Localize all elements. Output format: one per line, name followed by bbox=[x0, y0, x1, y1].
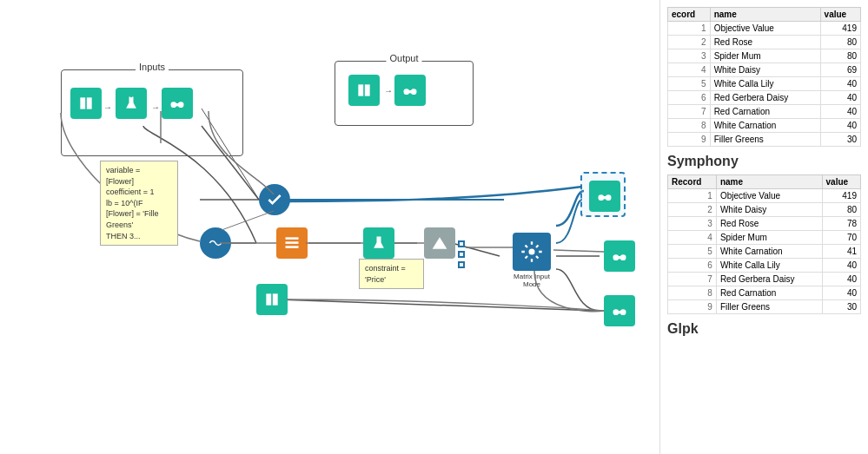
glpk-row: 4Spider Mum70 bbox=[668, 231, 861, 245]
binoculars-bottom[interactable] bbox=[604, 295, 635, 326]
flask-node-1[interactable] bbox=[116, 88, 147, 119]
svg-point-25 bbox=[613, 309, 620, 315]
inputs-group: Inputs → → bbox=[61, 69, 243, 156]
glpk-row: 8Red Carnation40 bbox=[668, 286, 861, 300]
svg-point-22 bbox=[613, 254, 620, 260]
arrow-1: → bbox=[103, 102, 112, 112]
svg-marker-14 bbox=[433, 237, 447, 248]
glpk-row: 1Objective Value419 bbox=[668, 189, 861, 203]
right-panel: ecord name value 1Objective Value4192Red… bbox=[659, 0, 868, 454]
svg-point-8 bbox=[171, 102, 177, 108]
svg-point-17 bbox=[411, 89, 417, 95]
svg-rect-11 bbox=[286, 237, 299, 240]
svg-point-15 bbox=[529, 249, 535, 255]
binoculars-icon-glpk bbox=[604, 240, 635, 272]
connections-svg bbox=[0, 0, 659, 454]
gray-node[interactable] bbox=[424, 227, 455, 259]
gray-icon bbox=[424, 227, 455, 259]
glpk-row: 7Red Gerbera Daisy40 bbox=[668, 273, 861, 286]
symphony-row: 6Red Gerbera Daisy40 bbox=[668, 91, 861, 105]
svg-point-23 bbox=[620, 254, 626, 260]
output-label: Output bbox=[386, 53, 421, 63]
book-node-1[interactable] bbox=[70, 88, 102, 119]
symphony-row: 1Objective Value419 bbox=[668, 22, 861, 36]
symphony-row: 8White Carnation40 bbox=[668, 119, 861, 133]
check-icon-1 bbox=[259, 184, 290, 215]
svg-point-20 bbox=[606, 194, 612, 201]
binoculars-glpk[interactable] bbox=[604, 240, 635, 272]
book-node-bottom[interactable] bbox=[256, 284, 288, 315]
binoculars-icon-1 bbox=[162, 88, 193, 119]
symphony-row: 9Filler Greens30 bbox=[668, 133, 861, 147]
glpk-col-value: value bbox=[822, 175, 860, 189]
book-icon-1 bbox=[70, 88, 102, 119]
flask-icon-2 bbox=[363, 227, 394, 259]
glpk-row: 5White Carnation41 bbox=[668, 245, 861, 259]
glpk-title: Glpk bbox=[667, 321, 861, 337]
inputs-label: Inputs bbox=[136, 62, 169, 72]
symphony-col-record: ecord bbox=[668, 8, 711, 22]
svg-point-19 bbox=[599, 194, 605, 201]
symphony-title: Symphony bbox=[667, 154, 861, 169]
book-icon-bottom bbox=[256, 284, 288, 315]
output-group: Output → bbox=[335, 61, 474, 126]
book-node-output[interactable] bbox=[348, 75, 380, 106]
glpk-row: 9Filler Greens30 bbox=[668, 300, 861, 314]
check-node-2[interactable] bbox=[200, 227, 231, 259]
glpk-row: 3Red Rose78 bbox=[668, 217, 861, 231]
binoculars-icon-bottom bbox=[604, 295, 635, 326]
tooltip-text: variable = [Flower] coefficient = 1 lb =… bbox=[106, 166, 158, 240]
binoculars-output[interactable] bbox=[394, 75, 426, 106]
svg-point-16 bbox=[404, 89, 410, 95]
check-node-1[interactable] bbox=[259, 184, 290, 215]
binoculars-node-1[interactable] bbox=[162, 88, 193, 119]
port-connector bbox=[458, 240, 465, 247]
arrow-2: → bbox=[151, 102, 160, 112]
matrix-icon bbox=[513, 233, 551, 271]
orange-icon bbox=[276, 227, 308, 259]
flask-node-2[interactable]: constraint = 'Price' bbox=[363, 227, 394, 259]
flask-icon-1 bbox=[116, 88, 147, 119]
binoculars-symphony[interactable] bbox=[589, 181, 620, 212]
svg-rect-18 bbox=[408, 90, 411, 93]
book-icon-output bbox=[348, 75, 380, 106]
symphony-dashed-box bbox=[580, 172, 626, 217]
glpk-col-name: name bbox=[716, 175, 822, 189]
svg-point-9 bbox=[178, 102, 184, 108]
flow-canvas: Inputs → → variable = [Flower] coefficie… bbox=[0, 0, 659, 454]
output-arrow: → bbox=[384, 86, 393, 95]
port-connector-3 bbox=[458, 261, 465, 268]
glpk-table: Record name value 1Objective Value4192Wh… bbox=[667, 174, 861, 314]
symphony-col-name: name bbox=[710, 8, 820, 22]
binoculars-icon-symphony bbox=[589, 181, 620, 212]
port-connector-2 bbox=[458, 251, 465, 258]
svg-rect-24 bbox=[618, 256, 620, 259]
svg-rect-13 bbox=[286, 246, 299, 248]
svg-rect-21 bbox=[603, 196, 606, 199]
tooltip-box: variable = [Flower] coefficient = 1 lb =… bbox=[100, 161, 178, 246]
symphony-table: ecord name value 1Objective Value4192Red… bbox=[667, 7, 861, 147]
symphony-row: 3Spider Mum80 bbox=[668, 49, 861, 63]
matrix-label: Matrix Input Mode bbox=[514, 273, 550, 288]
glpk-row: 2White Daisy80 bbox=[668, 203, 861, 217]
constraint-text: constraint = 'Price' bbox=[365, 264, 406, 284]
symphony-col-value: value bbox=[820, 8, 860, 22]
symphony-row: 7Red Carnation40 bbox=[668, 105, 861, 119]
matrix-node[interactable]: Matrix Input Mode bbox=[513, 233, 551, 288]
constraint-label: constraint = 'Price' bbox=[359, 259, 424, 289]
svg-line-6 bbox=[278, 299, 600, 311]
symphony-row: 2Red Rose80 bbox=[668, 36, 861, 49]
glpk-col-record: Record bbox=[668, 175, 717, 189]
symphony-row: 4White Daisy69 bbox=[668, 63, 861, 77]
svg-point-26 bbox=[620, 309, 626, 315]
svg-rect-27 bbox=[618, 311, 620, 313]
symphony-row: 5White Calla Lily40 bbox=[668, 77, 861, 91]
check-icon-2 bbox=[200, 227, 231, 259]
binoculars-icon-output bbox=[394, 75, 426, 106]
orange-node[interactable] bbox=[276, 227, 308, 259]
glpk-row: 6White Calla Lily40 bbox=[668, 259, 861, 273]
svg-rect-10 bbox=[176, 103, 178, 106]
svg-rect-12 bbox=[286, 241, 299, 244]
